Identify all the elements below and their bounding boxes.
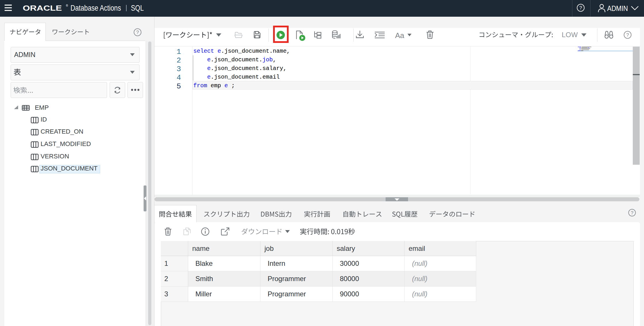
svg-text:?: ? <box>626 32 629 38</box>
svg-text:?: ? <box>136 30 139 35</box>
svg-text:?: ? <box>631 210 633 215</box>
svg-text:?: ? <box>579 5 582 11</box>
